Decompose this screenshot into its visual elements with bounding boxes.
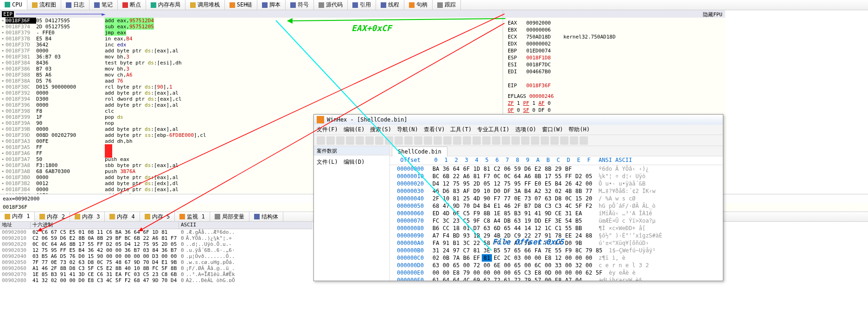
top-tab-4[interactable]: 断点 [118,0,146,10]
winhex-row[interactable]: 00000010BC6B22A681F70C0C64A68B1755FFD205… [390,173,723,180]
winhex-row[interactable]: 000000402F1081254D90F7770E730763D80C1520… [390,195,723,202]
winhex-menu-item[interactable]: 搜索(S) [370,126,391,134]
top-tab-7[interactable]: SEH链 [225,0,258,10]
dump-row[interactable]: 009020701E 85 B3 91 41 3D CE C6 31 EA FC… [0,271,313,277]
winhex-tb-btn[interactable] [570,136,578,145]
winhex-tb-btn[interactable] [346,136,354,145]
top-tab-2[interactable]: 日志 [61,0,89,10]
disasm-row[interactable]: •0018F379- FFE0jmp eax [0,30,503,36]
top-tab-13[interactable]: 句柄 [404,0,433,10]
dump-row[interactable]: 0090208041 32 02 00 00 D0 E8 C3 4C 5F F2… [0,277,313,282]
top-tab-3[interactable]: 笔记 [89,0,118,10]
winhex-tab-shellcode[interactable]: ShellCode.bin [392,147,447,156]
winhex-row[interactable]: 000000C0020B7AB6EF81EC2C030000E812000000… [390,254,723,262]
disasm-row[interactable]: •0018F37BE5 B4in eax,B4 [0,36,503,42]
winhex-menu-item[interactable]: 导航(N) [397,126,418,134]
winhex-menu-item[interactable]: 窗口(W) [542,126,563,134]
winhex-row[interactable]: 00000020D41275952D05127595FFE0E5B4264200… [390,180,723,187]
winhex-titlebar[interactable]: WinHex - [ShellCode.bin] [314,115,723,125]
dump-row[interactable]: 00902010C2 06 59 D6 E2 8B 0A 8B 29 BF BC… [0,235,313,241]
winhex-menu-item[interactable]: 选项(O) [515,126,536,134]
winhex-tb-btn[interactable] [521,136,530,145]
disasm-row[interactable]: •0018F3960000add byte ptr ds:[eax],al [0,102,503,108]
winhex-toolbar[interactable] [314,135,723,146]
disasm-row[interactable]: •0018F394D300rol dword ptr ds:[eax],cl [0,96,503,102]
winhex-menubar[interactable]: 文件(F)编辑(E)搜索(S)导航(N)查看(V)工具(T)专业工具(I)选项(… [314,125,723,135]
dump-row[interactable]: 0090204003 B5 A6 D5 76 D0 15 90 00 00 00… [0,253,313,259]
disasm-row[interactable]: •0018F3742D 05127595sub eax,95751205 [0,24,503,30]
mem-tab-0[interactable]: 内存 1 [0,212,35,221]
winhex-tb-btn[interactable] [317,136,325,145]
top-tab-12[interactable]: 线程 [376,0,404,10]
winhex-side-menu[interactable]: 文件(L)编辑(D) [314,155,389,169]
disasm-row[interactable]: •0018F3848436test byte ptr ds:[esi],dh [0,60,503,66]
winhex-tb-btn[interactable] [463,136,471,145]
winhex-row[interactable]: 00000070FC3C23C59FC8A4DB6319DDEF3E54B5 ü… [390,217,723,225]
mem-tab-2[interactable]: 内存 3 [70,212,105,221]
winhex-tb-btn[interactable] [395,136,403,145]
winhex-tb-btn[interactable] [560,136,568,145]
dump-row[interactable]: 00902060A1 46 2F 8B D8 C3 5F C5 E2 8B 40… [0,265,313,271]
winhex-menu-item[interactable]: 专业工具(I) [477,126,510,134]
disasm-row[interactable]: •0018F398F8clc [0,108,503,114]
top-tab-9[interactable]: 符号 [286,0,314,10]
winhex-tb-btn[interactable] [424,136,432,145]
disasm-row[interactable]: •0018F38AD5 76aad 76 [0,78,503,84]
top-tab-8[interactable]: 脚本 [257,0,286,10]
winhex-tb-btn[interactable] [375,136,383,145]
mem-tab-1[interactable]: 内存 2 [35,212,70,221]
mem-tab-3[interactable]: 内存 4 [105,212,140,221]
top-tab-10[interactable]: 源代码 [314,0,348,10]
mem-tab-4[interactable]: 内存 5 [140,212,175,221]
disasm-row[interactable]: •0018F388B5 A6mov ch,A6 [0,72,503,78]
top-tab-5[interactable]: 内存布局 [146,0,185,10]
winhex-tb-btn[interactable] [453,136,461,145]
winhex-tb-btn[interactable] [550,136,559,145]
top-tab-14[interactable]: 跟踪 [433,0,461,10]
top-tab-6[interactable]: 调用堆栈 [185,0,225,10]
dump-row[interactable]: 0090203012 75 95 FF E5 B4 36 42 00 00 36… [0,247,313,253]
memory-dump[interactable]: 地址 十六进制 ASCII 0090200002 C6 67 C5 E5 01 … [0,222,313,282]
top-tab-0[interactable]: CPU [0,0,27,10]
dump-row[interactable]: 0090200002 C6 67 C5 E5 01 08 11 C6 BA 36… [0,229,313,235]
dump-row[interactable]: 009020507F 77 0E 73 02 63 D8 0C 75 48 67… [0,259,313,265]
disasm-row[interactable]: •0018F38CD015 90000000rcl byte ptr ds:[9… [0,84,503,90]
winhex-tb-btn[interactable] [404,136,413,145]
winhex-menu-item[interactable]: 工具(T) [450,126,472,134]
disasm-row[interactable]: •0018F37F0000add byte ptr ds:[eax],al [0,48,503,54]
winhex-row[interactable]: 00000000BA36646F1D81C20659D6E28B29BF º6d… [390,165,723,173]
disasm-row[interactable]: •0018F38136:B7 03mov bh,3 [0,54,503,60]
winhex-tb-btn[interactable] [434,136,442,145]
winhex-tb-btn[interactable] [541,136,549,145]
top-tab-11[interactable]: 引用 [348,0,376,10]
winhex-menu-item[interactable]: 编辑(E) [344,126,365,134]
winhex-tb-btn[interactable] [356,136,364,145]
winhex-tb-btn[interactable] [482,136,491,145]
winhex-tb-btn[interactable] [385,136,393,145]
top-tab-1[interactable]: 流程图 [27,0,61,10]
winhex-tb-btn[interactable] [326,136,335,145]
disasm-row[interactable]: •0018F37D3642inc edx [0,42,503,48]
mem-tab-7[interactable]: 结构体 [249,212,283,221]
winhex-row[interactable]: 00000080B6CC1801D7636D654414121CC155BB ¶… [390,225,723,232]
winhex-menu-item[interactable]: 查看(V) [424,126,445,134]
winhex-row[interactable]: 000000E00000E8790000000065C3E80D00000062… [390,269,723,276]
winhex-tb-btn[interactable] [531,136,539,145]
winhex-file-tabs[interactable]: ShellCode.bin [390,146,723,156]
winhex-side-item[interactable]: 编辑(D) [344,159,365,165]
winhex-row[interactable]: 000000D06300650072006E0065006C0033003200… [390,262,723,269]
winhex-tb-btn[interactable] [472,136,481,145]
winhex-tb-btn[interactable] [502,136,510,145]
mem-tab-6[interactable]: 局部变量 [210,212,249,221]
hide-fpu-link[interactable]: 隐藏FPU [703,11,722,17]
disasm-row[interactable]: •0018F36F05 D4127595add eax,957512D4 [0,18,503,24]
winhex-row[interactable]: 0000003046D683AFD910D0DF3AB4A232024B8B77… [390,187,723,195]
winhex-tb-btn[interactable] [414,136,422,145]
disasm-row[interactable]: •0018F386B7 03mov bh,3 [0,66,503,72]
winhex-hex-view[interactable]: Offset0123456789ABCDEFANSI ASCII 0000000… [390,156,723,281]
winhex-tb-btn[interactable] [492,136,500,145]
disasm-row[interactable]: •0018F3920000add byte ptr ds:[eax],al [0,90,503,96]
mem-tab-5[interactable]: 监视 1 [175,212,210,221]
winhex-tb-btn[interactable] [365,136,374,145]
winhex-side-item[interactable]: 文件(L) [317,159,338,165]
